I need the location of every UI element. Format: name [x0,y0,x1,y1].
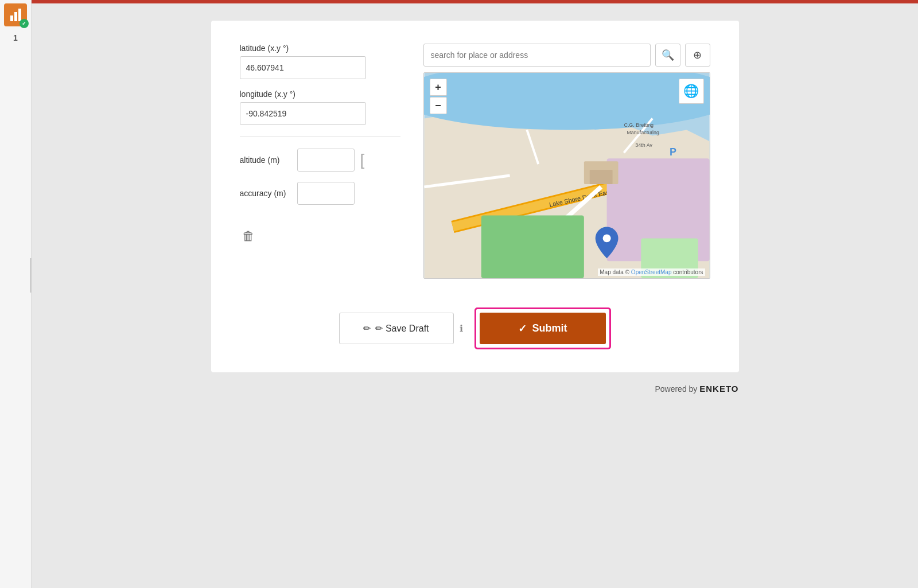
field-divider [240,137,400,137]
accuracy-row: accuracy (m) [240,182,400,205]
svg-text:P: P [670,146,676,158]
globe-icon: 🌐 [683,84,699,99]
powered-by: Powered by ENKETO [211,384,739,394]
submit-button[interactable]: ✓ Submit [480,313,606,344]
bracket-indicator: [ [360,152,365,168]
delete-button[interactable]: 🗑 [240,227,257,246]
map-attribution: Map data © OpenStreetMap contributors [598,268,705,276]
svg-rect-9 [481,216,584,278]
longitude-label: longitude (x.y °) [240,89,400,99]
search-icon: 🔍 [662,49,674,61]
altitude-input[interactable] [297,149,355,172]
save-draft-button[interactable]: ✏ ✏ Save Draft [339,313,454,344]
map-search-row: 🔍 ⊕ [423,44,710,67]
longitude-group: longitude (x.y °) [240,89,400,125]
pencil-icon: ✏ [363,323,371,334]
submit-label: Submit [532,322,567,334]
map-locate-button[interactable]: ⊕ [685,44,710,67]
trash-icon: 🗑 [242,229,255,243]
latitude-group: latitude (x.y °) [240,44,400,79]
svg-rect-13 [589,170,612,184]
svg-text:34th Av: 34th Av [635,142,652,148]
map-column: 🔍 ⊕ [423,44,710,279]
check-icon: ✓ [518,322,527,335]
map-zoom-in-button[interactable]: + [430,79,447,96]
map-layer-button[interactable]: 🌐 [679,79,704,104]
longitude-input[interactable] [240,102,366,125]
save-draft-label: ✏ Save Draft [375,323,429,334]
svg-point-23 [602,234,610,242]
check-badge: ✓ [20,19,29,28]
svg-text:C.G. Bretting: C.G. Bretting [624,122,654,128]
page-number: 1 [13,33,18,42]
main-content: latitude (x.y °) longitude (x.y °) altit… [32,3,918,588]
altitude-row: altitude (m) [ [240,149,400,172]
altitude-label: altitude (m) [240,155,297,165]
submit-wrapper: ✓ Submit [474,307,611,349]
info-icon: ℹ [460,323,463,334]
map-zoom-out-button[interactable]: − [430,97,447,114]
map-svg: Lake Shore Drive East 2nd Street East In… [424,73,710,278]
form-footer: ✏ ✏ Save Draft ℹ ✓ Submit [240,307,710,349]
svg-text:Manufacturing: Manufacturing [627,130,659,135]
fields-column: latitude (x.y °) longitude (x.y °) altit… [240,44,400,279]
map-zoom-controls: + − [430,79,447,114]
bar-chart-icon [10,9,21,21]
accuracy-label: accuracy (m) [240,189,297,198]
map-search-input[interactable] [423,44,651,67]
accuracy-input[interactable] [297,182,355,205]
map-container[interactable]: Lake Shore Drive East 2nd Street East In… [423,72,710,279]
crosshair-icon: ⊕ [693,49,702,61]
form-body: latitude (x.y °) longitude (x.y °) altit… [240,44,710,279]
latitude-input[interactable] [240,56,366,79]
sidebar: ✓ 1 [0,0,32,588]
enketo-brand: ENKETO [699,384,738,394]
latitude-label: latitude (x.y °) [240,44,400,53]
osm-link[interactable]: OpenStreetMap [631,269,672,275]
app-logo[interactable]: ✓ [4,3,27,26]
map-search-button[interactable]: 🔍 [655,44,680,67]
svg-point-14 [424,73,710,130]
form-card: latitude (x.y °) longitude (x.y °) altit… [211,21,739,372]
